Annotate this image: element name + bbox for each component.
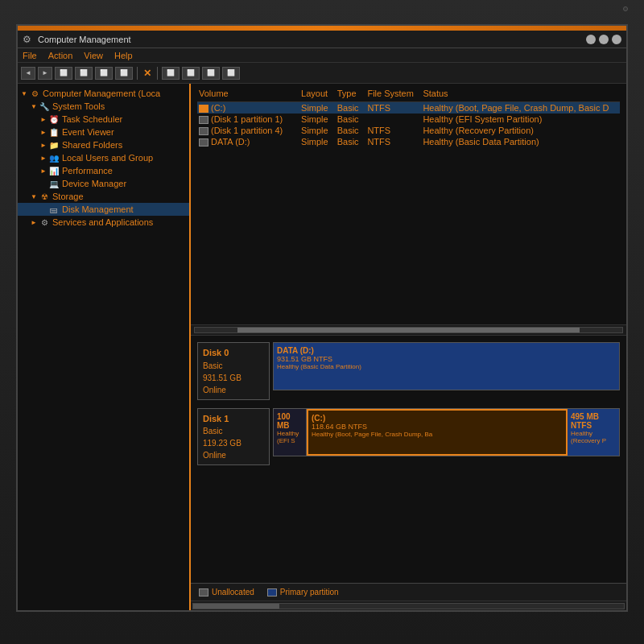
disk-table: Volume Layout Type File System Status	[191, 84, 626, 324]
laptop-frame: ⚙ Computer Management File Action View H…	[0, 0, 644, 644]
toolbar-btn4[interactable]: ⬜	[115, 67, 133, 80]
table-row[interactable]: (C:) Simple Basic NTFS Healthy (Boot, Pa…	[197, 102, 620, 114]
sidebar-item-services[interactable]: ► ⚙ Services and Applications	[18, 216, 189, 229]
sidebar-label-shared-folders: Shared Folders	[62, 140, 122, 150]
toolbar-forward[interactable]: ►	[38, 67, 52, 80]
menu-action[interactable]: Action	[48, 51, 73, 60]
expand-arrow-perf: ►	[40, 167, 48, 175]
col-status[interactable]: Status	[421, 87, 620, 102]
bottom-h-scroll[interactable]	[191, 601, 626, 610]
sidebar-item-disk-management[interactable]: 🖴 Disk Management	[18, 203, 189, 216]
disk-visual: Disk 0 Basic 931.51 GB Online DATA (D:) …	[191, 336, 626, 583]
menu-file[interactable]: File	[23, 51, 37, 60]
expand-arrow-ev: ►	[40, 129, 48, 136]
sidebar-item-device-manager[interactable]: 💻 Device Manager	[18, 177, 189, 190]
close-button[interactable]	[612, 35, 621, 44]
camera-dot	[623, 6, 628, 11]
sidebar-item-shared-folders[interactable]: ► 📁 Shared Folders	[18, 138, 189, 151]
toolbar-x-btn[interactable]: ✕	[142, 68, 153, 79]
vol-icon-2	[199, 116, 208, 124]
table-row[interactable]: (Disk 1 partition 4) Simple Basic NTFS H…	[197, 125, 620, 136]
disk-1-name: Disk 1	[203, 412, 264, 426]
sidebar-item-computer-mgmt[interactable]: ▼ ⚙ Computer Management (Loca	[18, 87, 189, 100]
toolbar-btn6[interactable]: ⬜	[182, 67, 200, 80]
sidebar-item-performance[interactable]: ► 📊 Performance	[18, 164, 189, 177]
toolbar-sep1	[137, 67, 138, 80]
vol-type-4: Basic	[336, 136, 366, 147]
table-row[interactable]: DATA (D:) Simple Basic NTFS Healthy (Bas…	[197, 136, 620, 147]
col-layout[interactable]: Layout	[299, 87, 336, 102]
col-volume[interactable]: Volume	[197, 87, 291, 102]
scroll-thumb[interactable]	[237, 328, 580, 332]
minimize-button[interactable]	[586, 35, 596, 44]
sidebar-item-system-tools[interactable]: ▼ 🔧 System Tools	[18, 100, 189, 113]
legend-primary-box	[267, 588, 277, 597]
disk-1-partition-efi[interactable]: 100 MB Healthy (EFI S	[274, 409, 307, 456]
vol-icon-3	[199, 127, 208, 135]
task-icon: ⏰	[48, 114, 60, 125]
sidebar-label-device-manager: Device Manager	[62, 179, 126, 188]
maximize-button[interactable]	[599, 35, 609, 44]
rec-label: 495 MB NTFS	[571, 412, 616, 430]
disk-1-partition-recovery[interactable]: 495 MB NTFS Healthy (Recovery P	[568, 409, 619, 456]
sidebar-label-local-users: Local Users and Group	[62, 153, 153, 163]
legend-bar: Unallocated Primary partition	[191, 583, 626, 601]
legend-unalloc-box	[199, 588, 208, 597]
vol-layout-3: Simple	[299, 125, 336, 136]
disk-1-partition-c[interactable]: (C:) 118.64 GB NTFS Healthy (Boot, Page …	[307, 409, 568, 456]
vol-status-2: Healthy (EFI System Partition)	[421, 114, 620, 125]
vol-extra-4	[291, 136, 299, 147]
disk-0-partition-1[interactable]: DATA (D:) 931.51 GB NTFS Healthy (Basic …	[274, 343, 619, 390]
vol-fs-2	[365, 114, 421, 125]
main-area: ▼ ⚙ Computer Management (Loca ▼ 🔧 System…	[18, 84, 626, 610]
sidebar-label-storage: Storage	[52, 192, 84, 201]
sidebar-item-event-viewer[interactable]: ► 📋 Event Viewer	[18, 126, 189, 138]
toolbar-btn2[interactable]: ⬜	[75, 67, 93, 80]
bottom-scroll-track[interactable]	[192, 603, 625, 609]
partition-label: DATA (D:)	[277, 346, 616, 355]
sidebar-item-storage[interactable]: ▼ ☢ Storage	[18, 190, 189, 203]
vol-extra-2	[291, 114, 299, 125]
vol-extra-3	[291, 125, 299, 136]
sidebar-label-disk-mgmt: Disk Management	[62, 204, 134, 214]
c-label: (C:)	[312, 414, 563, 423]
vol-fs-3: NTFS	[365, 125, 421, 136]
toolbar-back[interactable]: ◄	[21, 67, 35, 80]
disk-0-status: Online	[203, 384, 264, 396]
toolbar-btn1[interactable]: ⬜	[55, 67, 72, 80]
col-fs[interactable]: File System	[365, 87, 421, 102]
sidebar-item-task-scheduler[interactable]: ► ⏰ Task Scheduler	[18, 113, 189, 126]
vol-status: Healthy (Boot, Page File, Crash Dump, Ba…	[421, 102, 620, 114]
title-bar: ⚙ Computer Management	[18, 31, 626, 48]
disk-icon: 🖴	[48, 204, 60, 215]
scroll-track[interactable]	[194, 327, 623, 333]
disk-0-partitions: DATA (D:) 931.51 GB NTFS Healthy (Basic …	[273, 342, 620, 390]
vol-layout-2: Simple	[299, 114, 336, 125]
menu-help[interactable]: Help	[114, 51, 133, 60]
expand-arrow-tools: ▼	[31, 103, 39, 110]
bottom-scroll-thumb[interactable]	[193, 604, 279, 609]
expand-arrow-stor: ▼	[31, 193, 39, 200]
menu-view[interactable]: View	[84, 51, 103, 60]
h-scroll-bar[interactable]	[191, 324, 626, 336]
partition-size: 931.51 GB NTFS	[277, 355, 616, 363]
sidebar-item-local-users[interactable]: ► 👥 Local Users and Group	[18, 151, 189, 164]
c-status: Healthy (Boot, Page File, Crash Dump, Ba	[312, 431, 563, 438]
vol-name-3: (Disk 1 partition 4)	[197, 125, 291, 136]
window-title: Computer Management	[38, 35, 131, 44]
vol-name-2: (Disk 1 partition 1)	[197, 114, 291, 125]
vol-name: (C:)	[197, 102, 291, 114]
toolbar-btn3[interactable]: ⬜	[95, 67, 113, 80]
vol-type-2: Basic	[336, 114, 366, 125]
col-type[interactable]: Type	[336, 87, 366, 102]
table-row[interactable]: (Disk 1 partition 1) Simple Basic Health…	[197, 114, 620, 125]
toolbar-btn7[interactable]: ⬜	[202, 67, 220, 80]
device-icon: 💻	[48, 178, 60, 189]
toolbar-btn5[interactable]: ⬜	[162, 67, 180, 80]
sidebar-label-event-viewer: Event Viewer	[62, 127, 114, 137]
vol-fs-4: NTFS	[365, 136, 421, 147]
folder-icon: 📁	[48, 139, 60, 151]
toolbar-btn8[interactable]: ⬜	[222, 67, 240, 80]
disk-1-row: Disk 1 Basic 119.23 GB Online 100 MB Hea…	[197, 408, 620, 466]
sidebar-label-performance: Performance	[62, 166, 113, 175]
